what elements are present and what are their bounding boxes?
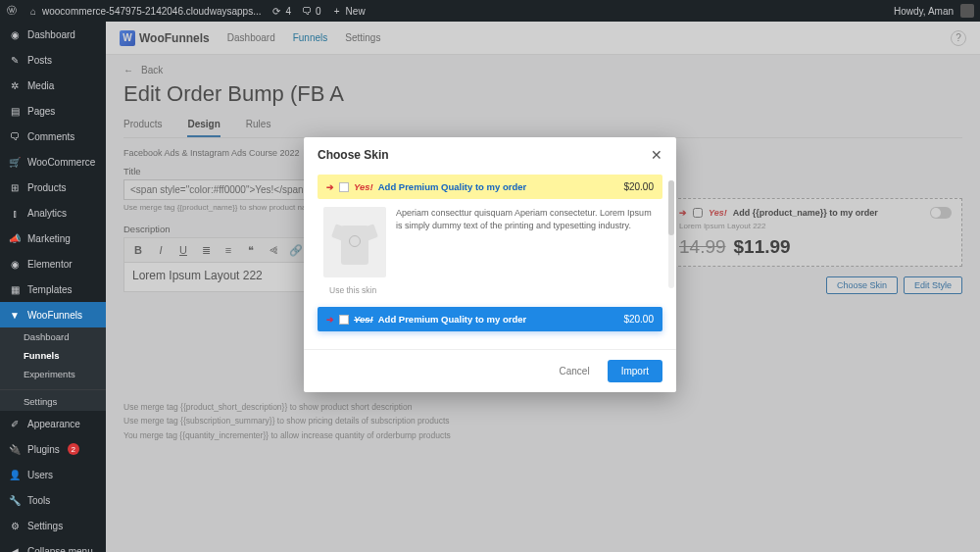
sidebar-item-comments[interactable]: 🗨Comments [0,124,106,149]
product-thumbnail [323,207,386,277]
use-skin-link[interactable]: Use this skin [329,285,662,295]
sidebar-item-woocommerce[interactable]: 🛒WooCommerce [0,149,106,175]
sidebar-item-posts[interactable]: ✎Posts [0,47,106,73]
cart-icon: 🛒 [8,155,22,169]
howdy-label: Howdy, Aman [894,6,954,17]
cancel-button[interactable]: Cancel [550,360,600,382]
skin-description: Aperiam consecttur quisquam Aperiam cons… [396,207,657,277]
updates-count: 4 [285,6,291,17]
howdy-link[interactable]: Howdy, Aman [894,4,974,18]
sidebar-item-pages[interactable]: ▤Pages [0,98,106,124]
skin-title: Add Premium Quality to my order [378,314,527,325]
plugins-badge: 2 [68,443,79,455]
plug-icon: 🔌 [8,442,22,456]
sidebar-item-elementor[interactable]: ◉Elementor [0,251,106,276]
woofunnels-submenu: Dashboard Funnels Experiments Settings [0,327,106,411]
site-name-link[interactable]: ⌂woocommerce-547975-2142046.cloudwaysapp… [27,5,261,17]
choose-skin-modal: Choose Skin ✕ ➔ Yes! Add Premium Quality… [304,137,676,392]
admin-sidebar: ◉Dashboard ✎Posts ✲Media ▤Pages 🗨Comment… [0,22,106,552]
pin-icon: ✎ [8,53,22,67]
modal-close-button[interactable]: ✕ [651,147,662,163]
import-button[interactable]: Import [608,360,662,382]
skin-price: $20.00 [623,181,654,192]
dashboard-icon: ◉ [8,27,22,41]
comments-count: 0 [316,6,321,17]
media-icon: ✲ [8,78,22,92]
wrench-icon: 🔧 [8,493,22,507]
sidebar-item-plugins[interactable]: 🔌Plugins2 [0,436,106,462]
avatar-icon [960,4,974,18]
tag-icon: ⊞ [8,180,22,194]
skin-card-2[interactable]: ➔ Yes! Add Premium Quality to my order $… [318,307,662,331]
sidebar-item-tools[interactable]: 🔧Tools [0,487,106,513]
sidebar-item-appearance[interactable]: ✐Appearance [0,411,106,436]
new-label: New [346,6,366,17]
sidebar-item-collapse[interactable]: ◀Collapse menu [0,538,106,552]
modal-title: Choose Skin [318,148,389,162]
skin-checkbox[interactable] [339,315,349,325]
sidebar-item-settings[interactable]: ⚙Settings [0,513,106,538]
submenu-experiments[interactable]: Experiments [0,365,106,383]
sidebar-item-users[interactable]: 👤Users [0,462,106,487]
sidebar-item-marketing[interactable]: 📣Marketing [0,226,106,251]
admin-bar: ⓦ ⌂woocommerce-547975-2142046.cloudwaysa… [0,0,980,22]
site-name-label: woocommerce-547975-2142046.cloudwaysapps… [42,6,261,17]
user-icon: 👤 [8,468,22,481]
submenu-settings[interactable]: Settings [0,389,106,411]
sidebar-item-templates[interactable]: ▦Templates [0,276,106,302]
brush-icon: ✐ [8,417,22,430]
skin-yes: Yes! [354,181,373,192]
wp-logo[interactable]: ⓦ [6,5,18,17]
comments-link[interactable]: 🗨0 [301,5,321,17]
skin-price: $20.00 [623,314,654,325]
sidebar-item-media[interactable]: ✲Media [0,73,106,98]
template-icon: ▦ [8,282,22,296]
comment-icon: 🗨 [8,129,22,143]
woofunnels-icon: ▼ [8,308,22,322]
gear-icon: ⚙ [8,519,22,532]
sidebar-item-woofunnels[interactable]: ▼WooFunnels [0,302,106,327]
chart-icon: ⫿ [8,206,22,220]
skin-yes: Yes! [354,314,373,325]
arrow-icon: ➔ [326,182,334,192]
skin-card-1[interactable]: ➔ Yes! Add Premium Quality to my order $… [318,175,662,295]
arrow-icon: ➔ [326,315,334,325]
sidebar-item-analytics[interactable]: ⫿Analytics [0,200,106,226]
megaphone-icon: 📣 [8,231,22,245]
collapse-icon: ◀ [8,544,22,552]
submenu-dashboard[interactable]: Dashboard [0,327,106,346]
sidebar-item-dashboard[interactable]: ◉Dashboard [0,22,106,47]
updates-link[interactable]: ⟳4 [270,5,291,17]
new-link[interactable]: +New [331,5,366,17]
skin-title: Add Premium Quality to my order [378,181,527,192]
page-icon: ▤ [8,104,22,118]
elementor-icon: ◉ [8,257,22,271]
modal-scrollbar[interactable] [668,180,674,288]
sidebar-item-products[interactable]: ⊞Products [0,175,106,200]
submenu-funnels[interactable]: Funnels [0,346,106,365]
skin-checkbox[interactable] [339,182,349,192]
